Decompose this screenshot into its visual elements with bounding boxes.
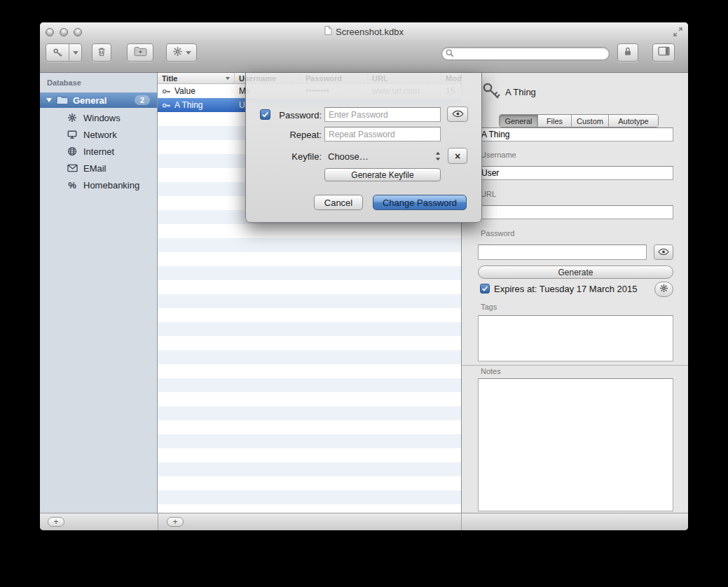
trash-icon bbox=[97, 46, 107, 60]
titlebar: Screenshot.kdbx bbox=[40, 22, 688, 41]
sidebar-item-label: Network bbox=[83, 130, 117, 140]
sidebar-item-internet[interactable]: Internet bbox=[40, 143, 157, 160]
toolbar: Add Entry Delete Add Group Action Search… bbox=[40, 41, 688, 73]
key-icon bbox=[162, 101, 171, 110]
gear-icon bbox=[67, 112, 78, 123]
gear-icon bbox=[172, 46, 183, 60]
column-header-title[interactable]: Title bbox=[158, 73, 235, 83]
sheet-repeat-label: Repeat: bbox=[267, 130, 322, 140]
close-icon: × bbox=[455, 151, 460, 161]
sheet-reveal-password-button[interactable] bbox=[447, 106, 468, 122]
section-divider bbox=[462, 365, 688, 366]
add-entry-dropdown[interactable] bbox=[69, 51, 81, 55]
change-password-button[interactable]: Change Password bbox=[373, 195, 467, 210]
tags-label: Tags bbox=[481, 303, 497, 311]
search-input[interactable] bbox=[441, 47, 610, 60]
key-icon bbox=[162, 87, 171, 96]
fullscreen-icon[interactable] bbox=[673, 27, 683, 37]
window-title-area: Screenshot.kdbx bbox=[40, 26, 688, 37]
expires-label: Expires at: Tuesday 17 March 2015 bbox=[494, 284, 638, 294]
display-icon bbox=[67, 129, 78, 140]
sheet-keyfile-label: Keyfile: bbox=[267, 151, 322, 162]
tab-files[interactable]: Files bbox=[538, 115, 572, 127]
eye-icon bbox=[452, 108, 464, 120]
envelope-icon bbox=[67, 163, 78, 174]
sidebar-item-label: Windows bbox=[83, 113, 121, 123]
sidebar-item-label: Internet bbox=[83, 146, 114, 157]
sidebar-item-label: Homebanking bbox=[83, 180, 139, 191]
folder-icon bbox=[56, 95, 69, 105]
group-sidebar: Database General 2 Windows Network Inter… bbox=[40, 73, 158, 513]
notes-textarea[interactable] bbox=[478, 378, 673, 511]
generate-keyfile-button[interactable]: Generate Keyfile bbox=[324, 168, 441, 181]
bottom-bar: + + bbox=[40, 513, 688, 530]
generate-password-button[interactable]: Generate bbox=[478, 265, 673, 279]
group-label: General bbox=[73, 95, 107, 106]
app-window: Screenshot.kdbx bbox=[40, 22, 688, 530]
delete-button[interactable] bbox=[92, 43, 111, 62]
entry-key-icon bbox=[481, 81, 501, 105]
clear-keyfile-button[interactable]: × bbox=[448, 148, 467, 164]
url-field[interactable] bbox=[478, 205, 673, 219]
add-group-footer-button[interactable]: + bbox=[48, 517, 64, 527]
username-field[interactable] bbox=[478, 166, 673, 180]
tags-textarea[interactable] bbox=[478, 315, 673, 361]
database-header: Database bbox=[47, 78, 81, 87]
popup-stepper-icon bbox=[435, 151, 441, 161]
inspector-tabs: General Files Custom Autotype bbox=[499, 114, 659, 127]
password-field[interactable] bbox=[478, 244, 647, 260]
chevron-down-icon bbox=[186, 51, 191, 55]
eye-icon bbox=[658, 246, 669, 258]
keyfile-popup[interactable]: Choose… bbox=[324, 149, 444, 164]
tab-custom[interactable]: Custom bbox=[572, 115, 609, 127]
sidebar-item-label: EMail bbox=[83, 163, 107, 174]
reveal-password-button[interactable] bbox=[654, 244, 673, 260]
search-field bbox=[441, 46, 610, 60]
check-icon bbox=[481, 285, 488, 292]
sidebar-item-windows[interactable]: Windows bbox=[40, 109, 157, 126]
tab-autotype[interactable]: Autotype bbox=[609, 115, 658, 127]
sidebar-item-homebanking[interactable]: % Homebanking bbox=[40, 177, 157, 193]
window-title: Screenshot.kdbx bbox=[336, 27, 404, 37]
folder-plus-icon bbox=[134, 46, 147, 60]
inspector-panel-icon bbox=[658, 46, 670, 59]
change-password-sheet: Password: Repeat: Keyfile: Choose… × Gen… bbox=[245, 73, 482, 223]
globe-icon bbox=[67, 146, 78, 157]
expires-checkbox[interactable] bbox=[480, 284, 490, 294]
divider bbox=[158, 513, 158, 530]
add-entry-button[interactable] bbox=[46, 43, 82, 62]
expiry-options-button[interactable] bbox=[654, 282, 673, 297]
add-group-button[interactable] bbox=[127, 43, 153, 62]
entry-title-field[interactable] bbox=[478, 127, 673, 141]
chevron-down-icon bbox=[73, 51, 78, 55]
sidebar-group-general[interactable]: General 2 bbox=[40, 92, 157, 108]
username-label: Username bbox=[481, 151, 516, 159]
new-password-input[interactable] bbox=[324, 107, 441, 122]
password-input-wrap bbox=[324, 107, 441, 122]
password-label: Password bbox=[481, 229, 514, 237]
add-entry-footer-button[interactable]: + bbox=[167, 517, 184, 527]
percent-icon: % bbox=[67, 179, 78, 191]
sidebar-item-network[interactable]: Network bbox=[40, 126, 157, 143]
sheet-password-label: Password: bbox=[267, 110, 322, 120]
repeat-password-input[interactable] bbox=[324, 127, 441, 141]
gear-icon bbox=[659, 284, 668, 295]
search-icon bbox=[446, 49, 454, 57]
inspector-entry-title: A Thing bbox=[505, 87, 536, 97]
action-button[interactable] bbox=[166, 43, 197, 62]
notes-label: Notes bbox=[481, 367, 501, 375]
document-icon bbox=[324, 26, 332, 37]
repeat-input-wrap bbox=[324, 127, 441, 141]
tab-general[interactable]: General bbox=[500, 115, 538, 127]
sort-indicator-icon bbox=[226, 77, 230, 80]
disclosure-triangle-icon[interactable] bbox=[46, 98, 52, 102]
sidebar-item-email[interactable]: EMail bbox=[40, 160, 157, 177]
key-icon bbox=[46, 48, 69, 58]
divider bbox=[461, 513, 462, 530]
lock-icon bbox=[623, 46, 633, 60]
lock-button[interactable] bbox=[617, 43, 638, 62]
inspector-button[interactable] bbox=[652, 43, 675, 62]
url-label: URL bbox=[481, 190, 496, 198]
entry-count-badge: 2 bbox=[135, 95, 150, 105]
cancel-button[interactable]: Cancel bbox=[314, 195, 363, 210]
